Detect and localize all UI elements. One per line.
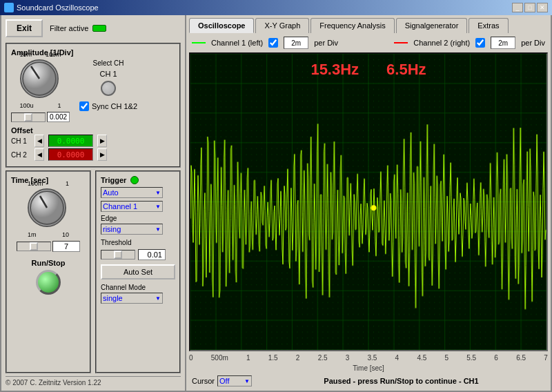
x-label-7: 7 xyxy=(544,354,548,362)
filter-label: Filter active xyxy=(50,24,88,32)
bottom-bar: Cursor Off ▼ Paused - press Run/Stop to … xyxy=(189,374,548,388)
amplitude-knob[interactable] xyxy=(20,59,59,98)
edge-value: rising xyxy=(103,225,121,233)
ch2-visible-checkbox[interactable] xyxy=(475,38,485,48)
trigger-title: Trigger xyxy=(101,176,126,184)
threshold-slider[interactable] xyxy=(101,250,135,259)
time-knob-label-tl: 100m xyxy=(28,180,43,187)
ch2-per-div-input[interactable] xyxy=(491,37,515,49)
amplitude-slider[interactable] xyxy=(11,112,46,122)
ch2-offset-input[interactable] xyxy=(48,148,93,161)
x-label-6: 6 xyxy=(494,354,498,362)
channel-mode-value: single xyxy=(103,294,123,302)
ch2-color-line xyxy=(394,42,408,43)
x-label-4: 4 xyxy=(395,354,400,362)
top-controls: Exit Filter active xyxy=(6,19,181,37)
trigger-channel-dropdown[interactable]: Channel 1 ▼ xyxy=(101,201,163,212)
window-title: Soundcard Oszilloscope xyxy=(17,3,99,12)
time-slider[interactable] xyxy=(17,242,51,251)
oscilloscope-display: 15.3Hz 6.5Hz xyxy=(189,52,548,351)
ch2-offset-spin-up[interactable]: ▶ xyxy=(97,148,107,161)
x-label-3: 3 xyxy=(346,354,350,362)
trigger-channel-arrow: ▼ xyxy=(155,204,161,210)
cursor-dropdown[interactable]: Off ▼ xyxy=(217,375,252,386)
sync-row: Sync CH 1&2 xyxy=(79,101,137,111)
ch2-per-div-suffix: per Div xyxy=(521,39,545,47)
x-label-2-5: 2.5 xyxy=(318,354,328,362)
x-axis-labels: 0 500m 1 1.5 2 2.5 3 3.5 4 4.5 5 5.5 6 6… xyxy=(189,353,548,362)
threshold-area: 0.01 xyxy=(101,249,175,260)
channel-mode-label: Channel Mode xyxy=(101,284,175,291)
ch1-offset-spin-down[interactable]: ◀ xyxy=(34,135,44,147)
tab-xy-graph[interactable]: X-Y Graph xyxy=(255,18,309,33)
threshold-label: Threshold xyxy=(101,239,175,246)
knob-label-tl: 10m xyxy=(20,51,32,58)
x-label-5-5: 5.5 xyxy=(466,354,476,362)
edge-dropdown[interactable]: rising ▼ xyxy=(101,224,163,235)
run-stop-label: Run/Stop xyxy=(32,259,66,267)
time-knob[interactable] xyxy=(28,188,66,227)
left-panel: Exit Filter active Amplitude [1/Div] 10m… xyxy=(1,15,186,391)
ch1-offset-input[interactable] xyxy=(48,135,93,147)
x-label-6-5: 6.5 xyxy=(516,354,526,362)
knob-label-tr: 100m xyxy=(46,51,61,58)
time-knob-label-bl: 1m xyxy=(28,231,37,238)
right-panel: Oscilloscope X-Y Graph Frequency Analysi… xyxy=(186,15,551,391)
edge-arrow: ▼ xyxy=(155,226,161,233)
ch1-indicator[interactable] xyxy=(101,81,116,96)
channel-mode-arrow: ▼ xyxy=(155,295,161,302)
x-label-3-5: 3.5 xyxy=(368,354,377,362)
channel-mode-dropdown[interactable]: single ▼ xyxy=(101,293,163,304)
time-title: Time [sec] xyxy=(11,176,86,184)
x-label-4-5: 4.5 xyxy=(417,354,426,362)
trigger-led xyxy=(130,176,139,184)
ch2-offset-spin-down[interactable]: ◀ xyxy=(34,148,44,161)
knob-label-bl: 100u xyxy=(20,102,34,109)
trigger-box: Trigger Auto ▼ Channel 1 ▼ Edge rising ▼ xyxy=(95,170,181,373)
cursor-arrow: ▼ xyxy=(244,378,250,384)
select-ch-area: Select CH CH 1 Sync CH 1&2 xyxy=(79,59,137,122)
tabs: Oscilloscope X-Y Graph Frequency Analysi… xyxy=(189,18,548,33)
exit-button[interactable]: Exit xyxy=(6,19,43,37)
trigger-header: Trigger xyxy=(101,176,175,184)
time-value: 7 xyxy=(52,241,80,252)
x-label-1-5: 1.5 xyxy=(268,354,278,362)
maximize-button[interactable]: □ xyxy=(524,3,535,12)
threshold-value: 0.01 xyxy=(138,249,166,260)
time-trigger-row: Time [sec] 100m 1 xyxy=(6,170,181,373)
amplitude-box: Amplitude [1/Div] 10m 100m xyxy=(6,43,181,168)
ch1-text: CH 1 xyxy=(100,70,117,78)
ch1-offset-row: CH 1 ◀ ▶ xyxy=(11,135,175,147)
ch1-color-line xyxy=(192,42,206,43)
ch2-offset-row: CH 2 ◀ ▶ xyxy=(11,148,175,161)
cursor-area: Cursor Off ▼ xyxy=(192,375,252,386)
copyright: © 2007 C. Zeitnitz Version 1.22 xyxy=(6,376,181,386)
ch1-per-div-input[interactable] xyxy=(284,37,308,49)
tab-extras[interactable]: Extras xyxy=(469,18,508,33)
ch1-header-label: Channel 1 (left) xyxy=(211,39,263,47)
close-button[interactable]: ✕ xyxy=(537,3,548,12)
trigger-mode-label: Auto xyxy=(103,188,119,197)
amplitude-title: Amplitude [1/Div] xyxy=(11,48,175,57)
cursor-value: Off xyxy=(219,377,229,385)
ch1-per-div-suffix: per Div xyxy=(314,39,338,47)
sync-checkbox[interactable] xyxy=(79,101,89,111)
trigger-mode-dropdown[interactable]: Auto ▼ xyxy=(101,187,163,198)
tab-oscilloscope[interactable]: Oscilloscope xyxy=(189,18,254,33)
ch2-offset-label: CH 2 xyxy=(11,151,30,159)
run-stop-button[interactable] xyxy=(36,270,61,295)
ch1-offset-spin-up[interactable]: ▶ xyxy=(97,135,107,147)
tab-frequency-analysis[interactable]: Frequency Analysis xyxy=(310,18,394,33)
cursor-label: Cursor xyxy=(192,377,215,385)
minimize-button[interactable]: _ xyxy=(512,3,523,12)
filter-led xyxy=(92,25,106,32)
app-icon xyxy=(4,3,14,12)
tab-signalgenerator[interactable]: Signalgenerator xyxy=(396,18,468,33)
select-ch-label: Select CH xyxy=(93,59,124,67)
auto-set-button[interactable]: Auto Set xyxy=(101,264,175,280)
ch1-visible-checkbox[interactable] xyxy=(268,38,278,48)
ch1-offset-label: CH 1 xyxy=(11,137,30,145)
knob-label-br: 1 xyxy=(58,102,61,109)
edge-label: Edge xyxy=(101,215,175,222)
offset-area: Offset CH 1 ◀ ▶ CH 2 ◀ ▶ xyxy=(11,126,175,161)
